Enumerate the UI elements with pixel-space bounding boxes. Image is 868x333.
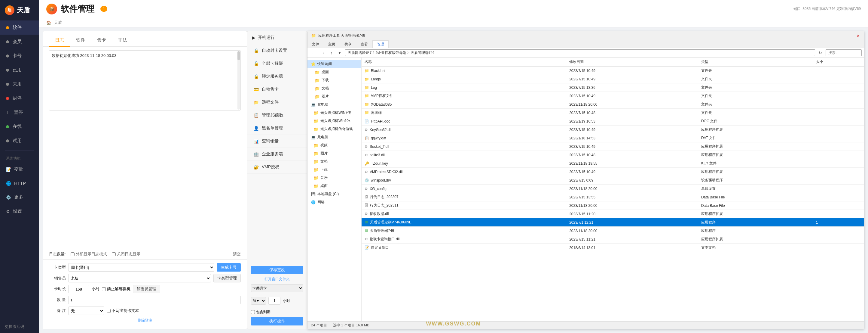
middle-menu-manage-js[interactable]: 📋 管理JS函数 <box>247 109 307 122</box>
col-size[interactable]: 大小 <box>813 57 864 66</box>
delete-reg-link[interactable]: 删除登注 <box>138 318 152 323</box>
middle-menu-auto-sell[interactable]: 💳 自动售卡 <box>247 83 307 96</box>
ribbon-tab-file[interactable]: 文件 <box>307 40 324 48</box>
forward-button[interactable]: → <box>319 50 327 56</box>
table-row[interactable]: 🖥天盾管理端746 2023/11/18 20:00 应用程序 <box>362 227 864 235</box>
include-renewal-checkbox[interactable]: 包含到期 <box>251 309 303 315</box>
table-row[interactable]: 📁VMP授权文件 2023/7/15 10:49 文件夹 <box>362 92 864 100</box>
tab-illegal[interactable]: 非法 <box>112 34 133 47</box>
tab-sell-card[interactable]: 售卡 <box>91 34 112 47</box>
clear-log-button[interactable]: 清空 <box>233 251 241 257</box>
sidebar-item-used[interactable]: 已用 <box>0 63 39 77</box>
sidebar-vm-win10[interactable]: 📁 光头虚拟机Win10x <box>307 117 361 125</box>
replace-activation-code[interactable]: 更换激活码 <box>0 321 39 333</box>
external-log-checkbox[interactable]: 外部显示日志模式 <box>71 251 107 257</box>
table-row[interactable]: 📁BlackList 2023/7/15 10:49 文件夹 <box>362 66 864 75</box>
close-log-checkbox[interactable]: 关闭日志显示 <box>112 251 141 257</box>
table-row[interactable]: 📁离线端 2023/7/15 10:48 文件夹 <box>362 109 864 117</box>
save-changes-button[interactable]: 保存更改 <box>251 266 303 274</box>
search-input[interactable] <box>826 49 862 56</box>
sidebar-downloads2[interactable]: 📁 下载 <box>307 166 361 174</box>
table-row[interactable]: 📋qqwry.dat 2023/1/18 14:53 DAT 文件 <box>362 134 864 142</box>
middle-menu-blacklist[interactable]: 👤 黑名单管理 <box>247 122 307 135</box>
external-log-input[interactable] <box>71 252 74 256</box>
table-row[interactable]: ⚙接收数据.dll 2023/7/15 11:20 应用程序扩展 <box>362 210 864 218</box>
table-row[interactable]: ⚙物联卡查询接口.dll 2023/7/15 11:21 应用程序扩展 <box>362 235 864 244</box>
ribbon-tab-share[interactable]: 共享 <box>340 40 356 48</box>
table-row[interactable]: 📁Langs 2023/7/15 10:49 文件夹 <box>362 75 864 83</box>
table-row[interactable]: 🔑TZdun.key 2023/11/18 19:55 KEY 文件 <box>362 159 864 168</box>
middle-menu-enterprise[interactable]: 🏢 企业服务端 <box>247 148 307 161</box>
address-path-input[interactable] <box>345 49 815 56</box>
no-make-input[interactable] <box>107 309 111 313</box>
sidebar-docs2[interactable]: 📁 文档 <box>307 158 361 166</box>
tab-log[interactable]: 日志 <box>49 34 70 47</box>
table-row[interactable]: 🗄行为日志_202307 2023/7/15 13:55 Data Base F… <box>362 193 864 201</box>
sidebar-music[interactable]: 📁 音乐 <box>307 174 361 182</box>
sidebar-item-variable[interactable]: 📝 变量 <box>0 162 39 176</box>
no-make-checkbox[interactable]: 不写出制卡文本 <box>107 308 139 313</box>
sidebar-item-card-number[interactable]: 卡号 <box>0 49 39 63</box>
maximize-button[interactable]: □ <box>848 33 853 38</box>
table-row[interactable]: 🗄行为日志_202311 2023/11/18 20:00 Data Base … <box>362 201 864 210</box>
sidebar-item-pause[interactable]: ⏸ 暂停 <box>0 105 39 119</box>
refresh-button[interactable]: ↻ <box>817 50 824 56</box>
close-button[interactable]: ✕ <box>856 33 861 38</box>
sidebar-downloads[interactable]: 📁 下载 <box>307 76 361 84</box>
sidebar-item-member[interactable]: 会员 <box>0 35 39 49</box>
sidebar-item-http[interactable]: 🌐 HTTP <box>0 176 39 190</box>
sidebar-pictures[interactable]: 📁 图片 <box>307 92 361 101</box>
table-row[interactable]: ⚙XG_config 2023/11/18 20:00 离线设置 <box>362 185 864 193</box>
no-unbind-checkbox[interactable]: 禁止解绑换机 <box>102 286 130 292</box>
sidebar-desktop2[interactable]: 📁 桌面 <box>307 182 361 190</box>
sidebar-item-suspended[interactable]: 封停 <box>0 91 39 105</box>
scrollbar-track[interactable] <box>238 51 240 110</box>
table-row[interactable]: ⚙Socket_T.dll 2023/7/15 10:49 应用程序扩展 <box>362 142 864 151</box>
open-folder-link[interactable]: 打开窗口文件夹 <box>251 277 303 282</box>
op-add-value[interactable] <box>269 297 280 305</box>
sidebar-desktop[interactable]: 📁 桌面 <box>307 68 361 76</box>
sidebar-pictures2[interactable]: 📁 图片 <box>307 149 361 158</box>
minimize-button[interactable]: ─ <box>841 33 846 38</box>
recent-button[interactable]: ▼ <box>336 50 344 56</box>
card-type-manage-button[interactable]: 卡类型管理 <box>213 274 241 282</box>
duration-input[interactable] <box>68 285 89 293</box>
back-button[interactable]: ← <box>310 50 317 56</box>
ribbon-tab-manage[interactable]: 管理 <box>372 40 389 48</box>
sidebar-network[interactable]: 🌐 网络 <box>307 198 361 206</box>
sidebar-item-unused[interactable]: 未用 <box>0 77 39 91</box>
table-row[interactable]: 💿winspool.drv 2023/7/15 0:09 设备驱动程序 <box>362 176 864 185</box>
sidebar-item-online[interactable]: 在线 <box>0 119 39 134</box>
sidebar-quick-access[interactable]: ⭐ 快速访问 <box>307 60 361 68</box>
sidebar-this-pc[interactable]: 💻 此电脑 <box>307 101 361 109</box>
op-add-select[interactable]: 加▼ <box>251 297 266 305</box>
table-row[interactable]: 🖥天盾管理定制V746.0609E 2023/7/1 12:21 应用程序 1 <box>362 218 864 227</box>
table-row[interactable]: ⚙VMProtectSDK32.dll 2023/7/15 10:49 应用程序… <box>362 168 864 176</box>
middle-menu-full-unbind[interactable]: 🔓 全部卡解绑 <box>247 57 307 70</box>
table-row[interactable]: ⚙KeyGen32.dll 2023/7/15 10:49 应用程序扩展 <box>362 126 864 134</box>
table-row[interactable]: 📁Log 2023/7/15 13:36 文件夹 <box>362 83 864 92</box>
sidebar-documents[interactable]: 📁 文档 <box>307 84 361 92</box>
quantity-input[interactable] <box>68 296 241 304</box>
middle-menu-vmp[interactable]: 🔐 VMP授权 <box>247 161 307 174</box>
middle-menu-auto-seal[interactable]: 🔒 自动封卡设置 <box>247 44 307 57</box>
sidebar-vm-game[interactable]: 📁 光头虚拟机传奇游戏 <box>307 125 361 133</box>
table-row[interactable]: 📝自定义端口 2018/6/14 13:01 文本文档 <box>362 244 864 252</box>
table-row[interactable]: ⚙sqlite3.dll 2023/7/15 10:48 应用程序扩展 <box>362 151 864 159</box>
table-row[interactable]: 📁XGData3085 2023/11/18 20:00 文件夹 <box>362 100 864 109</box>
no-unbind-input[interactable] <box>102 287 106 291</box>
card-type-select[interactable]: 周卡(通用) <box>68 263 214 272</box>
sidebar-this-pc2[interactable]: 💻 此电脑 <box>307 133 361 141</box>
table-row[interactable]: 📄HttpAPI.doc 2023/1/19 16:53 DOC 文件 <box>362 117 864 126</box>
seller-manage-button[interactable]: 销售员管理 <box>133 285 160 293</box>
middle-menu-lock-service[interactable]: 🔒 锁定服务端 <box>247 70 307 83</box>
sidebar-item-settings[interactable]: ⚙ 设置 <box>0 204 39 218</box>
col-date[interactable]: 修改日期 <box>566 57 698 66</box>
sidebar-video[interactable]: 📁 视频 <box>307 141 361 149</box>
col-type[interactable]: 类型 <box>698 57 813 66</box>
sidebar-item-more[interactable]: ⚙️ 更多 <box>0 190 39 204</box>
ribbon-tab-view[interactable]: 查看 <box>356 40 372 48</box>
up-button[interactable]: ↑ <box>329 50 334 56</box>
close-log-input[interactable] <box>112 252 116 256</box>
sidebar-item-software[interactable]: 软件 <box>0 21 39 35</box>
